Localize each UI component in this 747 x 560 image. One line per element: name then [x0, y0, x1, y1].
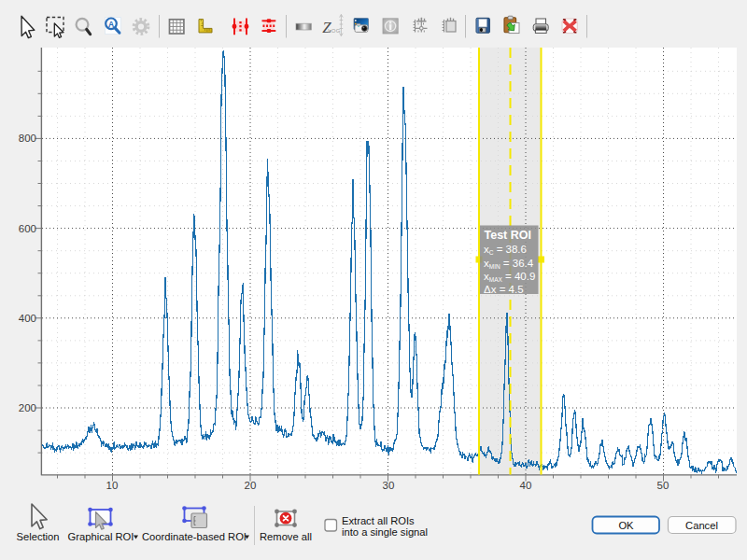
svg-text:40: 40	[520, 480, 532, 491]
svg-text:into a single signal: into a single signal	[342, 526, 428, 538]
svg-text:Test ROI: Test ROI	[485, 229, 531, 242]
svg-text:50: 50	[657, 480, 669, 491]
svg-text:OK: OK	[618, 520, 634, 531]
svg-text:200: 200	[19, 402, 36, 413]
svg-text:A: A	[108, 20, 114, 29]
svg-text:400: 400	[19, 313, 36, 324]
svg-text:LOG: LOG	[328, 28, 341, 34]
svg-text:10: 10	[106, 480, 119, 491]
svg-text:Δx = 4.5: Δx = 4.5	[484, 284, 524, 295]
svg-text:Graphical ROI: Graphical ROI	[68, 531, 134, 542]
svg-text:30: 30	[383, 480, 395, 491]
svg-text:Selection: Selection	[16, 531, 59, 542]
svg-text:Coordinate-based ROI: Coordinate-based ROI	[142, 531, 247, 542]
svg-text:600: 600	[19, 223, 36, 234]
svg-text:800: 800	[19, 133, 36, 144]
svg-text:Cancel: Cancel	[685, 520, 718, 531]
svg-text:Extract all ROIs: Extract all ROIs	[342, 515, 415, 526]
svg-text:20: 20	[245, 480, 257, 491]
svg-text:Remove all: Remove all	[260, 531, 312, 542]
